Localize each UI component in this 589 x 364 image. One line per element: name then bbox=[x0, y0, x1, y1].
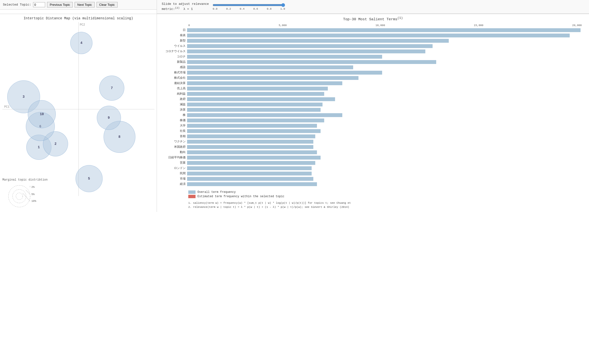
bar-label: 新型 bbox=[162, 39, 187, 43]
topic-circle-5[interactable]: 5 bbox=[76, 165, 103, 192]
bar-fill bbox=[187, 156, 321, 160]
previous-topic-button[interactable]: Previous Topic bbox=[47, 2, 73, 7]
svg-point-1 bbox=[13, 189, 26, 203]
bar-chart-area: 05,00010,00015,00020,000 日発表新型ウイルスコロナウイル… bbox=[162, 24, 584, 187]
bar-row: 純利益 bbox=[162, 91, 584, 96]
bar-track bbox=[187, 97, 584, 101]
bar-track bbox=[187, 55, 584, 59]
bar-row: 経済 bbox=[162, 182, 584, 187]
svg-text:5%: 5% bbox=[31, 193, 35, 196]
relevance-slider[interactable] bbox=[213, 3, 285, 7]
bar-fill bbox=[187, 113, 342, 117]
marginal-circles-svg: 2% 5% 10% bbox=[2, 183, 41, 210]
bar-label: 売上高 bbox=[162, 86, 187, 91]
bar-track bbox=[187, 34, 584, 37]
bar-track bbox=[187, 87, 584, 91]
bar-track bbox=[187, 28, 584, 32]
bar-fill bbox=[187, 108, 321, 112]
topic-input[interactable] bbox=[33, 2, 45, 7]
bar-track bbox=[187, 150, 584, 154]
bar-row: 株 bbox=[162, 113, 584, 118]
svg-line-7 bbox=[26, 190, 30, 195]
bar-row: 新製品 bbox=[162, 60, 584, 64]
bar-label: コロナウイルス bbox=[162, 49, 187, 53]
bar-fill bbox=[187, 172, 312, 175]
bar-fill bbox=[187, 129, 321, 133]
bar-row: 株式市場 bbox=[162, 70, 584, 75]
bar-fill bbox=[187, 182, 317, 186]
bar-track bbox=[187, 108, 584, 112]
bar-track bbox=[187, 124, 584, 128]
x-axis-labels: 05,00010,00015,00020,000 bbox=[162, 24, 584, 27]
bar-label: 政府 bbox=[162, 97, 187, 101]
bar-row: 日経平均株価 bbox=[162, 155, 584, 160]
bar-fill bbox=[187, 49, 425, 53]
bar-fill bbox=[187, 60, 436, 64]
bar-label: ワクチン bbox=[162, 140, 187, 144]
bar-track bbox=[187, 92, 584, 96]
bar-track bbox=[187, 161, 584, 165]
bar-row: 民間 bbox=[162, 171, 584, 176]
svg-point-2 bbox=[16, 193, 23, 200]
clear-topic-button[interactable]: Clear Topic bbox=[97, 2, 118, 7]
topic-circle-7[interactable]: 7 bbox=[99, 76, 124, 101]
bar-track bbox=[187, 182, 584, 186]
bar-fill bbox=[187, 177, 313, 181]
x-axis-label: 10,000 bbox=[375, 24, 385, 27]
bar-track bbox=[187, 103, 584, 106]
bar-label: 株式市場 bbox=[162, 70, 187, 75]
bar-row: コロナ bbox=[162, 54, 584, 59]
bar-fill bbox=[187, 55, 382, 59]
bar-label: 首相 bbox=[162, 134, 187, 138]
bar-fill bbox=[187, 92, 324, 96]
svg-text:10%: 10% bbox=[31, 200, 36, 203]
bar-row: 政府 bbox=[162, 97, 584, 102]
bar-label: コロナ bbox=[162, 55, 187, 59]
next-topic-button[interactable]: Next Topic bbox=[75, 2, 94, 7]
bar-chart-title: Top-30 Most Salient Terms(1) bbox=[162, 16, 584, 21]
bar-track bbox=[187, 81, 584, 85]
bar-track bbox=[187, 129, 584, 133]
bar-track bbox=[187, 71, 584, 75]
slider-label: Slide to adjust relevance metric:(2) λ =… bbox=[162, 2, 209, 12]
topic-circle-4[interactable]: 4 bbox=[70, 32, 92, 54]
bar-row: 社長 bbox=[162, 129, 584, 133]
bar-label: 日経平均株価 bbox=[162, 155, 187, 160]
x-axis-label: 5,000 bbox=[279, 24, 287, 27]
bar-label: 営業 bbox=[162, 161, 187, 165]
bar-label: 米国政府 bbox=[162, 145, 187, 149]
pc2-label: PC2 bbox=[80, 23, 85, 27]
bar-row: 日 bbox=[162, 28, 584, 33]
bar-label: 経済 bbox=[162, 182, 187, 186]
bar-label: ウイルス bbox=[162, 44, 187, 48]
bar-track bbox=[187, 65, 584, 69]
legend-overall: Overall term frequency bbox=[188, 190, 584, 194]
bar-fill bbox=[187, 103, 323, 106]
bar-fill bbox=[187, 166, 312, 170]
topic-circle-9[interactable]: 9 bbox=[97, 106, 121, 130]
bars-container: 日発表新型ウイルスコロナウイルスコロナ新製品感染株式市場株式会社連結決算売上高純… bbox=[162, 28, 584, 187]
legend-estimated: Estimated term frequency within the sele… bbox=[188, 195, 584, 198]
bar-row: ロンドン bbox=[162, 166, 584, 171]
bar-track bbox=[187, 145, 584, 149]
bar-row: 株式会社 bbox=[162, 76, 584, 80]
overall-swatch bbox=[188, 190, 196, 194]
bar-label: 株式会社 bbox=[162, 76, 187, 80]
topic-circle-10[interactable]: 10 bbox=[28, 100, 56, 128]
bar-fill bbox=[187, 76, 358, 80]
bar-row: ワクチン bbox=[162, 139, 584, 144]
bar-row: 新型 bbox=[162, 38, 584, 43]
bar-label: 民間 bbox=[162, 171, 187, 175]
bar-label: 連結決算 bbox=[162, 81, 187, 85]
bar-row: 決算 bbox=[162, 107, 584, 112]
footnote-1: 1. saliency(term w) = frequency(w) * [su… bbox=[188, 201, 584, 205]
bar-track bbox=[187, 166, 584, 170]
svg-point-0 bbox=[8, 185, 30, 207]
mds-title: Intertopic Distance Map (via multidimens… bbox=[0, 16, 157, 20]
bar-fill bbox=[187, 28, 581, 32]
svg-text:2%: 2% bbox=[31, 186, 35, 189]
pc1-label: PC1 bbox=[4, 105, 10, 109]
bar-label: 株価 bbox=[162, 118, 187, 122]
overall-label: Overall term frequency bbox=[197, 190, 236, 194]
bar-track bbox=[187, 39, 584, 43]
